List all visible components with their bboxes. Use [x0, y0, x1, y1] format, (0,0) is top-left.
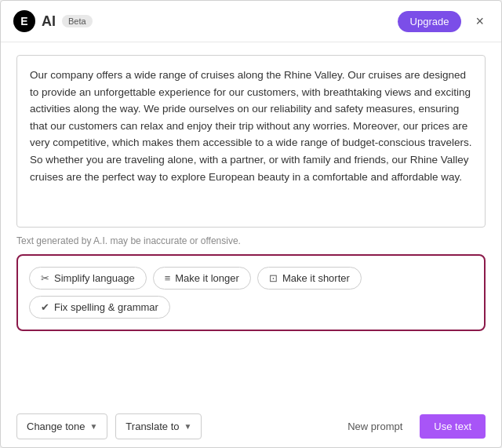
logo-icon: E: [13, 10, 35, 32]
shorter-icon: ⊡: [269, 272, 278, 284]
change-tone-label: Change tone: [27, 421, 85, 432]
ai-window: E AI Beta Upgrade × Our company offers a…: [0, 0, 502, 448]
change-tone-chevron-icon: ▼: [89, 422, 97, 431]
translate-to-dropdown[interactable]: Translate to ▼: [115, 413, 202, 439]
close-button[interactable]: ×: [471, 12, 489, 31]
disclaimer-text: Text generated by A.I. may be inaccurate…: [16, 235, 486, 246]
new-prompt-button[interactable]: New prompt: [338, 414, 412, 439]
longer-icon: ≡: [165, 272, 171, 284]
translate-to-label: Translate to: [126, 421, 179, 432]
generated-text: Our company offers a wide range of cruis…: [16, 55, 486, 228]
beta-badge: Beta: [62, 15, 93, 27]
use-text-button[interactable]: Use text: [420, 414, 486, 439]
make-shorter-button[interactable]: ⊡ Make it shorter: [257, 267, 362, 290]
ai-label: AI: [42, 13, 56, 30]
longer-label: Make it longer: [175, 272, 239, 284]
fix-icon: ✔: [41, 301, 49, 313]
translate-to-chevron-icon: ▼: [184, 422, 192, 431]
upgrade-button[interactable]: Upgrade: [398, 11, 462, 32]
simplify-label: Simplify language: [54, 272, 135, 284]
simplify-icon: ✂: [41, 272, 49, 284]
shorter-label: Make it shorter: [282, 272, 350, 284]
make-longer-button[interactable]: ≡ Make it longer: [153, 267, 251, 290]
change-tone-dropdown[interactable]: Change tone ▼: [16, 413, 107, 439]
fix-label: Fix spelling & grammar: [54, 301, 158, 313]
fix-spelling-button[interactable]: ✔ Fix spelling & grammar: [29, 296, 170, 319]
simplify-language-button[interactable]: ✂ Simplify language: [29, 267, 147, 290]
bottom-row: Change tone ▼ Translate to ▼ New prompt …: [1, 413, 501, 447]
header: E AI Beta Upgrade ×: [1, 1, 501, 42]
content-area: Our company offers a wide range of cruis…: [1, 42, 501, 413]
actions-box: ✂ Simplify language ≡ Make it longer ⊡ M…: [16, 254, 486, 331]
